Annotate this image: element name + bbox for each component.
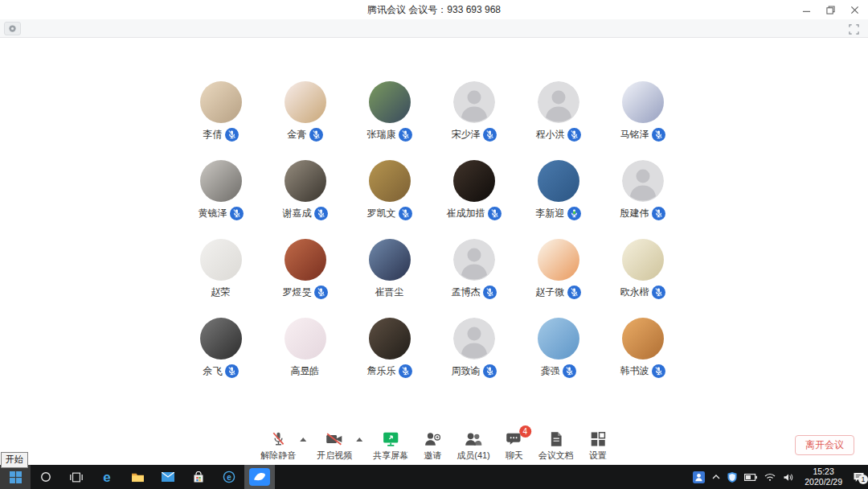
participant-name-row: 欧永楷: [620, 286, 665, 299]
participant[interactable]: 黄镜泽: [178, 160, 263, 220]
participant-name-row: 龚强: [541, 364, 576, 378]
toolbar-item-unmute[interactable]: 解除静音: [255, 431, 301, 462]
mic-muted-icon: [488, 207, 502, 220]
clock-time: 15:23: [805, 466, 842, 477]
document-icon: [548, 431, 564, 447]
task-view-icon[interactable]: [61, 465, 92, 489]
participant[interactable]: 程小洪: [516, 81, 600, 142]
participant[interactable]: 孟博杰: [432, 239, 516, 299]
participant-avatar: [285, 81, 326, 123]
meeting-toolbar: 解除静音开启视频共享屏幕邀请成员(41)4聊天会议文档设置 离开会议: [0, 428, 868, 465]
participant[interactable]: 詹乐乐: [347, 318, 432, 378]
participant[interactable]: 韩书波: [600, 318, 685, 378]
mail-icon[interactable]: [153, 465, 183, 489]
restore-icon[interactable]: [821, 2, 839, 18]
toolbar-item-members[interactable]: 成员(41): [451, 431, 496, 462]
participant[interactable]: 赵荣: [178, 239, 263, 299]
participant[interactable]: 李倩: [178, 81, 263, 142]
participant[interactable]: 崔成加措: [432, 160, 516, 220]
participant[interactable]: 张瑞康: [347, 81, 432, 142]
participant-name: 韩书波: [620, 364, 649, 378]
participant[interactable]: 周致谕: [432, 318, 516, 378]
caret-up-icon[interactable]: [356, 438, 362, 442]
mic-muted-icon: [483, 364, 497, 378]
security-shield-icon[interactable]: [727, 472, 737, 483]
participant-name: 殷建伟: [620, 207, 649, 220]
participant[interactable]: 李新迎: [516, 160, 600, 220]
participant-avatar: [538, 160, 579, 202]
volume-icon[interactable]: [783, 473, 794, 482]
toolbar-item-share-screen[interactable]: 共享屏幕: [367, 431, 414, 462]
participant-name-row: 罗凯文: [367, 207, 412, 220]
mic-muted-icon: [652, 128, 665, 142]
tray-app-icon[interactable]: [693, 471, 705, 483]
participant-avatar: [285, 239, 326, 281]
ie-browser-icon[interactable]: e: [214, 465, 244, 489]
participant[interactable]: 谢嘉成: [263, 160, 347, 220]
toolbar-item-invite[interactable]: 邀请: [414, 431, 451, 462]
toolbar-item-start-video[interactable]: 开启视频: [311, 431, 358, 462]
network-signal-icon[interactable]: [764, 473, 776, 481]
apps-grid-icon: [590, 431, 606, 447]
toolbar-item-chat[interactable]: 4聊天: [496, 431, 533, 462]
store-icon[interactable]: [183, 465, 214, 489]
toolbar-item-label: 成员(41): [457, 450, 490, 462]
cortana-search-icon[interactable]: [31, 465, 61, 489]
mic-muted-icon: [314, 286, 328, 299]
participant-name: 张瑞康: [367, 128, 396, 142]
toolbar-item-docs[interactable]: 会议文档: [533, 431, 579, 462]
mic-muted-icon: [230, 207, 244, 220]
participant[interactable]: 金膏: [263, 81, 347, 142]
participant[interactable]: 罗凯文: [347, 160, 432, 220]
system-tray: 15:23 2020/2/29 1: [693, 465, 868, 489]
participant[interactable]: 马铭泽: [600, 81, 685, 142]
participant-name: 程小洪: [536, 128, 565, 142]
mic-muted-icon: [225, 128, 239, 142]
participant-name-row: 赵荣: [211, 286, 231, 299]
taskbar-clock[interactable]: 15:23 2020/2/29: [801, 466, 845, 487]
action-center-icon[interactable]: 1: [853, 472, 865, 483]
participant[interactable]: 高昱皓: [263, 318, 347, 378]
file-explorer-icon[interactable]: [122, 465, 153, 489]
participant-name-row: 黄镜泽: [199, 207, 244, 220]
close-icon[interactable]: [845, 2, 863, 18]
edge-browser-icon[interactable]: e: [92, 465, 122, 489]
participant-name: 李倩: [203, 128, 223, 142]
minimize-icon[interactable]: [797, 2, 815, 18]
participant[interactable]: 宋少泽: [432, 81, 516, 142]
caret-up-icon[interactable]: [300, 438, 306, 442]
participant[interactable]: 佘飞: [178, 318, 263, 378]
participant-name-row: 詹乐乐: [367, 364, 412, 378]
start-button[interactable]: [0, 465, 31, 489]
participant-avatar: [369, 318, 411, 360]
participant[interactable]: 罗煜旻: [263, 239, 347, 299]
leave-meeting-button[interactable]: 离开会议: [795, 435, 854, 455]
mic-muted-icon: [399, 364, 412, 378]
toolbar-item-settings[interactable]: 设置: [579, 431, 616, 462]
participant[interactable]: 欧永楷: [600, 239, 685, 299]
mic-muted-icon: [567, 286, 581, 299]
participant-avatar: [538, 318, 579, 360]
participant-avatar: [200, 318, 242, 360]
participant[interactable]: 崔晋尘: [347, 239, 432, 299]
participant-name: 罗煜旻: [283, 286, 312, 299]
participant[interactable]: 赵子微: [516, 239, 600, 299]
participant-avatar: [538, 239, 579, 281]
chevron-up-icon[interactable]: [712, 475, 720, 479]
gear-icon[interactable]: [4, 22, 21, 35]
participant[interactable]: 殷建伟: [600, 160, 685, 220]
participant-name: 赵荣: [211, 286, 231, 299]
mic-on-icon: [567, 207, 581, 220]
fullscreen-icon[interactable]: [847, 23, 860, 35]
participant-name: 李新迎: [536, 207, 565, 220]
participant-name: 罗凯文: [367, 207, 396, 220]
battery-icon[interactable]: [744, 474, 757, 481]
tencent-meeting-app-icon[interactable]: [244, 465, 275, 489]
toolbar-item-label: 开启视频: [317, 450, 352, 462]
participant-name: 詹乐乐: [367, 364, 396, 378]
sub-toolbar: [0, 19, 868, 38]
mic-muted-icon: [309, 128, 323, 142]
toolbar-item-label: 聊天: [506, 450, 523, 462]
participant[interactable]: 龚强: [516, 318, 600, 378]
participant-name: 宋少泽: [452, 128, 481, 142]
